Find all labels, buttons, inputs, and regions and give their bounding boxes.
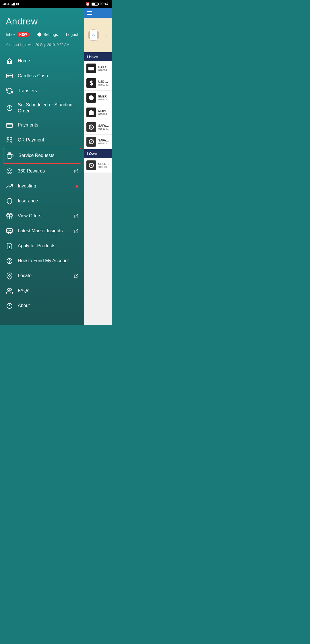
qr-icon — [6, 137, 13, 144]
logout-label: Logout — [66, 32, 78, 37]
account-info-1: USD CURR... 8700747480... — [98, 80, 110, 86]
account-number-3: 0151247480... — [98, 113, 110, 116]
sidebar-drawer: Andrew Inbox NEW Settings Logout — [0, 8, 84, 325]
account-name-3: MOVING O... — [98, 110, 110, 113]
time-label: 09:47 — [100, 2, 108, 6]
svg-line-25 — [75, 214, 78, 216]
sidebar-item-qr-payment[interactable]: QR Payment — [0, 133, 84, 148]
svg-rect-5 — [6, 124, 13, 127]
investing-label: Investing — [18, 183, 69, 189]
standing-order-label: Set Scheduled or Standing Order — [18, 102, 78, 114]
svg-point-32 — [9, 275, 10, 276]
faqs-label: FAQs — [18, 288, 78, 294]
account-icon-daily — [86, 64, 96, 73]
credit-card-icon — [86, 160, 96, 170]
offers-icon — [6, 212, 13, 220]
sidebar-item-360-rewards[interactable]: 360 Rewards — [0, 164, 84, 179]
home-icon — [6, 57, 13, 65]
faqs-icon — [6, 287, 13, 295]
account-item-3[interactable]: MOVING O... 0151247480... — [84, 105, 112, 120]
sidebar-item-insurance[interactable]: Insurance — [0, 194, 84, 209]
svg-point-34 — [7, 288, 10, 291]
sidebar-item-transfers[interactable]: Transfers — [0, 83, 84, 98]
account-icon-safari2 — [86, 137, 96, 147]
svg-rect-38 — [88, 67, 94, 70]
external-link-icon-4 — [74, 274, 78, 278]
sidebar-item-locate[interactable]: Locate — [0, 269, 84, 283]
sidebar-item-service-requests[interactable]: Service Requests — [3, 148, 81, 164]
credit-card-info: CREDIT CA... XXXXXXXX... — [98, 162, 110, 168]
about-label: About — [18, 303, 78, 309]
svg-line-27 — [75, 229, 78, 231]
settings-button[interactable]: Settings — [37, 32, 62, 37]
user-name: Andrew — [6, 16, 78, 27]
account-item-2[interactable]: EMERGEN... 0151247480... — [84, 91, 112, 105]
svg-rect-0 — [7, 74, 12, 78]
service-icon — [6, 152, 14, 160]
account-name-2: EMERGEN... — [98, 95, 110, 98]
fund-account-label: How to Fund My Account — [18, 258, 78, 264]
sidebar-header: Andrew Inbox NEW Settings Logout — [0, 8, 84, 51]
external-link-icon-2 — [74, 214, 78, 218]
qr-payment-label: QR Payment — [18, 137, 78, 143]
account-number-4: 0151247480... — [98, 127, 110, 130]
sidebar-item-market-insights[interactable]: Latest Market Insights — [0, 224, 84, 239]
transfers-label: Transfers — [18, 88, 78, 94]
account-number-2: 0151247480... — [98, 98, 110, 101]
account-item-4[interactable]: SAFARI PE... 0151247480... — [84, 120, 112, 135]
sidebar-item-faqs[interactable]: FAQs — [0, 283, 84, 298]
insurance-label: Insurance — [18, 198, 78, 204]
hamburger-button[interactable] — [87, 11, 92, 15]
i-owe-header: I Owe — [84, 149, 112, 158]
home-label: Home — [18, 58, 78, 64]
account-number-1: 8700747480... — [98, 83, 110, 86]
account-info-2: EMERGEN... 0151247480... — [98, 95, 110, 101]
sidebar-item-fund-account[interactable]: How to Fund My Account — [0, 254, 84, 269]
i-have-header: I Have — [84, 52, 112, 61]
account-icon-safari1 — [86, 122, 96, 132]
service-requests-label: Service Requests — [18, 153, 78, 159]
header-actions: Inbox NEW Settings Logout — [6, 32, 78, 37]
sidebar-item-investing[interactable]: Investing — [0, 179, 84, 194]
locate-icon — [6, 272, 13, 280]
new-badge: NEW — [17, 32, 29, 37]
logout-button[interactable]: Logout — [66, 32, 82, 37]
account-name-0: DAILY SPE... — [98, 66, 110, 69]
investing-icon — [6, 183, 13, 190]
account-number-0: 0100747480... — [98, 69, 110, 72]
right-panel-header — [84, 8, 112, 18]
sidebar-item-payments[interactable]: Payments — [0, 118, 84, 133]
network-label: 4G+ — [3, 2, 9, 6]
status-right: ⏰ 09:47 — [86, 2, 108, 6]
external-link-icon-3 — [74, 229, 78, 233]
view-offers-label: View Offers — [18, 213, 68, 219]
account-item-1[interactable]: USD CURR... 8700747480... — [84, 76, 112, 91]
apply-icon — [6, 242, 13, 250]
inbox-label: Inbox — [6, 32, 16, 37]
promo-content: KK → — [88, 29, 108, 41]
sidebar-item-view-offers[interactable]: View Offers — [0, 209, 84, 224]
account-item-5[interactable]: SAFARI PE... 0151247480... — [84, 135, 112, 149]
inbox-button[interactable]: Inbox NEW — [6, 32, 33, 37]
sidebar-item-home[interactable]: Home — [0, 53, 84, 68]
sidebar-item-about[interactable]: About — [0, 298, 84, 313]
credit-card-item[interactable]: CREDIT CA... XXXXXXXX... — [84, 158, 112, 172]
account-item-0[interactable]: DAILY SPE... 0100747480... — [84, 61, 112, 76]
account-name-4: SAFARI PE... — [98, 124, 110, 127]
sim-icon: ⊠ — [16, 2, 19, 6]
signal-bars — [11, 3, 15, 5]
sidebar-item-standing-order[interactable]: Set Scheduled or Standing Order — [0, 98, 84, 118]
sidebar-item-apply-products[interactable]: Apply for Products — [0, 239, 84, 254]
sidebar-item-cardless-cash[interactable]: Cardless Cash — [0, 68, 84, 83]
right-panel: KK → I Have DAILY SPE... 0100747480... U… — [84, 8, 112, 325]
promo-banner[interactable]: KK → — [84, 18, 112, 52]
account-info-3: MOVING O... 0151247480... — [98, 110, 110, 116]
account-icon-emergency — [86, 93, 96, 103]
market-insights-label: Latest Market Insights — [18, 228, 68, 234]
svg-rect-10 — [11, 138, 11, 139]
phone-circle: KK — [88, 29, 99, 41]
sidebar-nav: Home Cardless Cash Transfers — [0, 53, 84, 313]
svg-rect-9 — [7, 138, 8, 139]
svg-point-19 — [7, 169, 12, 174]
svg-point-4 — [9, 105, 10, 106]
